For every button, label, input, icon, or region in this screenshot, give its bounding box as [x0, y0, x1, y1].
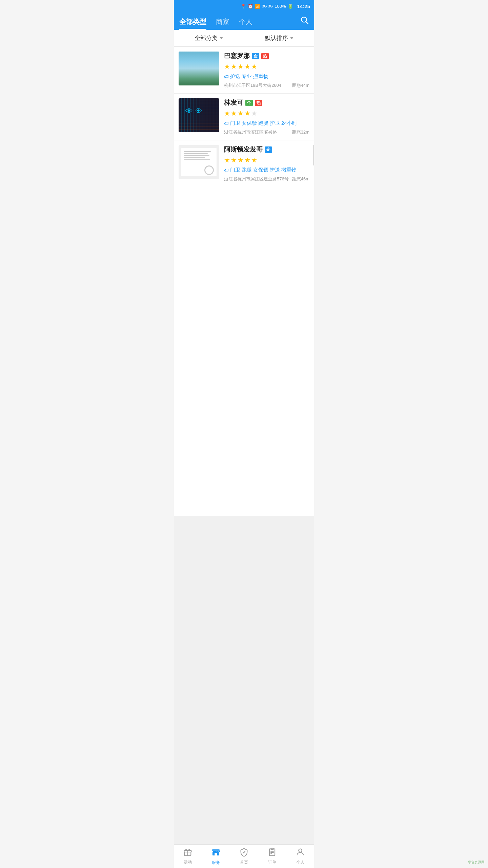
svg-line-1 [306, 22, 308, 24]
sort-label: 默认排序 [265, 34, 288, 42]
star3-1: ★ [238, 109, 244, 117]
category-label: 全部分类 [195, 34, 218, 42]
tag-2-4: 搬重物 [281, 167, 297, 173]
search-button[interactable] [300, 16, 309, 26]
tag-1-2: 跑腿 [258, 120, 268, 126]
distance-0: 距您44m [292, 82, 309, 88]
address-1: 浙江省杭州市滨江区滨兴路 [224, 129, 289, 135]
battery-text: 100% [274, 4, 286, 9]
star3-2: ★ [238, 156, 244, 164]
listing-info-1: 林发可 个 热 ★ ★ ★ ★ ★ 🏷 门卫 女保镖 跑腿 护卫 24小时 浙江… [224, 98, 309, 135]
star5-1: ★ [251, 109, 257, 117]
distance-2: 距您46m [292, 176, 309, 182]
battery-icon: 🔋 [288, 4, 293, 9]
listing-image-1 [179, 98, 219, 132]
tag-0-2: 搬重物 [253, 73, 268, 80]
address-2: 浙江省杭州市滨江区建业路576号 [224, 176, 289, 182]
nav-label-activity: 活动 [184, 860, 192, 865]
nav-label-profile: 个人 [296, 860, 304, 865]
filter-bar: 全部分类 默认排序 [174, 30, 314, 47]
star1-2: ★ [224, 156, 230, 164]
nav-label-orders: 订单 [268, 860, 276, 865]
wifi-icon: 📶 [255, 4, 260, 9]
tag-icon-2: 🏷 [224, 167, 229, 173]
time-display: 14:25 [297, 3, 310, 9]
address-row-1: 浙江省杭州市滨江区滨兴路 距您32m [224, 129, 309, 135]
nav-item-profile[interactable]: 个人 [286, 845, 314, 868]
listing-image-0 [179, 52, 219, 85]
listing-name-2: 阿斯顿发发哥 [224, 145, 263, 154]
star2-2: ★ [231, 156, 237, 164]
badge-hot-1: 热 [255, 100, 262, 106]
star2-1: ★ [231, 109, 237, 117]
star1-1: ★ [224, 109, 230, 117]
tag-2-2: 女保镖 [253, 167, 268, 173]
tab-all-types[interactable]: 全部类型 [179, 17, 206, 30]
star4-2: ★ [244, 156, 250, 164]
tags-row-0: 🏷 护送 专业 搬重物 [224, 73, 309, 80]
distance-1: 距您32m [292, 129, 309, 135]
nav-label-home: 首页 [240, 860, 248, 865]
listing-item-0[interactable]: 巴塞罗那 企 热 ★ ★ ★ ★ ★ 🏷 护送 专业 搬重物 杭州市江干区19B… [174, 47, 314, 94]
star1: ★ [224, 62, 230, 71]
category-filter[interactable]: 全部分类 [174, 30, 244, 46]
tag-1-1: 女保镖 [242, 120, 257, 126]
signal-text: 3G 3G [262, 4, 273, 8]
badge-enterprise-2: 企 [265, 146, 272, 153]
svg-rect-6 [215, 853, 217, 856]
star5-2: ★ [251, 156, 257, 164]
star4-1: ★ [244, 109, 250, 117]
badge-enterprise-0: 企 [252, 53, 259, 59]
bottom-nav: 活动 服务 首页 [174, 844, 314, 868]
empty-area [174, 516, 314, 844]
store-icon [211, 847, 221, 859]
tab-personal[interactable]: 个人 [239, 17, 252, 30]
listing-image-2 [179, 145, 219, 179]
svg-point-12 [299, 849, 302, 852]
nav-item-orders[interactable]: 订单 [258, 845, 286, 868]
name-row-1: 林发可 个 热 [224, 98, 309, 107]
address-0: 杭州市江干区19B号大街2604 [224, 82, 289, 88]
nav-item-service[interactable]: 服务 [202, 845, 230, 868]
listing-item-2[interactable]: 阿斯顿发发哥 企 ★ ★ ★ ★ ★ 🏷 门卫 跑腿 女保镖 护送 搬重物 浙江… [174, 140, 314, 187]
listing-name-1: 林发可 [224, 98, 243, 107]
listing-name-0: 巴塞罗那 [224, 52, 250, 60]
scrollbar[interactable] [313, 145, 314, 165]
alarm-icon: ⏰ [248, 4, 253, 9]
nav-item-activity[interactable]: 活动 [174, 845, 202, 868]
person-icon [296, 847, 305, 858]
header: 全部类型 商家 个人 [174, 12, 314, 30]
sort-arrow-icon [290, 37, 293, 39]
tag-0-0: 护送 [230, 73, 240, 80]
star5: ★ [251, 62, 257, 71]
listing-item-1[interactable]: 林发可 个 热 ★ ★ ★ ★ ★ 🏷 门卫 女保镖 跑腿 护卫 24小时 浙江… [174, 94, 314, 140]
tag-2-0: 门卫 [230, 167, 240, 173]
tag-2-1: 跑腿 [242, 167, 252, 173]
stars-1: ★ ★ ★ ★ ★ [224, 109, 309, 117]
tag-icon-0: 🏷 [224, 74, 229, 79]
tag-1-0: 门卫 [230, 120, 240, 126]
tag-1-4: 24小时 [281, 120, 297, 126]
tag-icon-1: 🏷 [224, 121, 229, 126]
tag-2-3: 护送 [270, 167, 280, 173]
nav-label-service: 服务 [212, 860, 220, 866]
status-bar: 📍 ⏰ 📶 3G 3G 100% 🔋 14:25 [174, 0, 314, 12]
listing-area: 巴塞罗那 企 热 ★ ★ ★ ★ ★ 🏷 护送 专业 搬重物 杭州市江干区19B… [174, 47, 314, 516]
gift-icon [183, 847, 192, 858]
star3: ★ [238, 62, 244, 71]
name-row-2: 阿斯顿发发哥 企 [224, 145, 309, 154]
address-row-2: 浙江省杭州市滨江区建业路576号 距您46m [224, 176, 309, 182]
sort-filter[interactable]: 默认排序 [244, 30, 314, 46]
badge-hot-0: 热 [261, 53, 269, 59]
tab-merchant[interactable]: 商家 [216, 17, 229, 30]
tag-0-1: 专业 [242, 73, 252, 80]
stars-2: ★ ★ ★ ★ ★ [224, 156, 309, 164]
nav-item-home[interactable]: 首页 [230, 845, 258, 868]
shield-icon [239, 847, 249, 858]
clipboard-icon [267, 847, 277, 858]
tags-row-1: 🏷 门卫 女保镖 跑腿 护卫 24小时 [224, 120, 309, 126]
address-row-0: 杭州市江干区19B号大街2604 距您44m [224, 82, 309, 88]
tag-1-3: 护卫 [270, 120, 280, 126]
category-arrow-icon [220, 37, 223, 39]
star4: ★ [244, 62, 250, 71]
